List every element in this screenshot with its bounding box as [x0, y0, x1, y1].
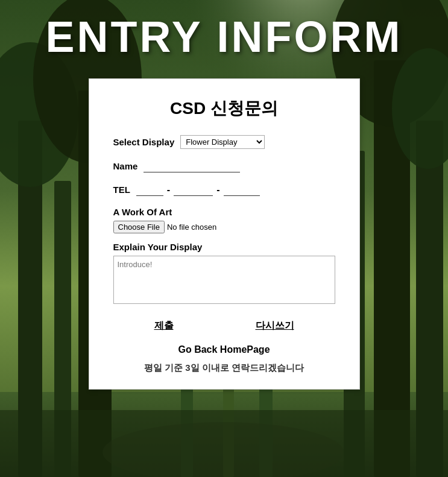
explain-section: Explain Your Display [113, 242, 335, 306]
tel-label: TEL [113, 185, 130, 195]
form-title: CSD 신청문의 [113, 97, 335, 120]
form-container: CSD 신청문의 Select Display Flower Display A… [89, 78, 360, 390]
file-input[interactable] [113, 221, 262, 233]
art-label: A Work Of Art [113, 207, 335, 217]
explain-label: Explain Your Display [113, 242, 335, 252]
go-back-link[interactable]: Go Back HomePage [113, 344, 335, 355]
page-title: ENTRY INFORM [0, 12, 448, 62]
svg-rect-17 [0, 410, 448, 477]
file-input-wrapper [113, 221, 335, 233]
name-input[interactable] [144, 160, 240, 172]
name-row: Name [113, 160, 335, 172]
footer-text: 평일 기준 3일 이내로 연락드리겠습니다 [113, 362, 335, 374]
tel-row: TEL - - [113, 183, 335, 196]
tel-inputs: - - [136, 183, 260, 196]
select-display-label: Select Display [113, 137, 175, 147]
submit-button[interactable]: 제출 [150, 317, 178, 335]
art-section: A Work Of Art [113, 207, 335, 233]
tel-part2[interactable] [174, 183, 213, 196]
display-select[interactable]: Flower Display Art Display Photo Display [180, 135, 265, 149]
name-label: Name [113, 161, 138, 171]
tel-part1[interactable] [136, 183, 163, 196]
reset-button[interactable]: 다시쓰기 [251, 317, 299, 335]
tel-part3[interactable] [224, 183, 260, 196]
explain-textarea[interactable] [113, 256, 335, 304]
tel-separator-2: - [216, 185, 219, 195]
select-display-row: Select Display Flower Display Art Displa… [113, 135, 335, 149]
tel-separator-1: - [167, 185, 170, 195]
button-row: 제출 다시쓰기 [113, 317, 335, 335]
